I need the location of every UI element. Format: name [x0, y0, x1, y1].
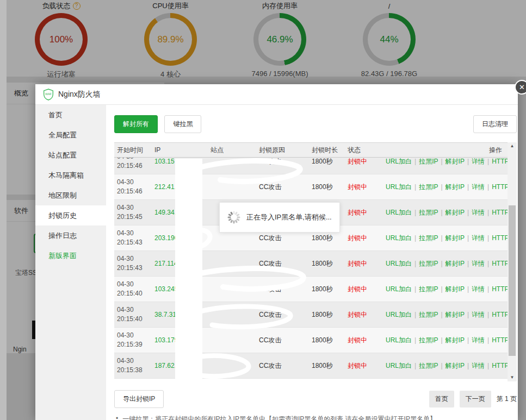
action-link[interactable]: URL加白	[386, 158, 412, 165]
action-link[interactable]: URL加白	[386, 234, 412, 242]
action-link[interactable]: 拉黑IP	[419, 336, 438, 344]
cell-ip[interactable]: 38.7.31.3	[154, 311, 211, 318]
sidebar-item-2[interactable]: 站点配置	[35, 145, 106, 165]
action-link[interactable]: 详情	[472, 285, 485, 293]
action-link[interactable]: URL加白	[386, 260, 412, 267]
action-link[interactable]: URL加白	[386, 311, 412, 318]
cell-ip[interactable]: 103.245	[154, 285, 211, 293]
separator: |	[412, 285, 419, 293]
action-link[interactable]: URL加白	[386, 183, 412, 191]
cell-ip[interactable]: 212.41.2	[154, 183, 211, 191]
action-link[interactable]: 拉黑IP	[419, 234, 438, 242]
cell-block-duration: 1800秒	[312, 285, 348, 294]
sidebar-item-5[interactable]: 封锁历史	[35, 205, 106, 225]
action-link[interactable]: 详情	[472, 158, 485, 165]
separator: |	[465, 183, 472, 191]
action-link[interactable]: HTTP	[492, 209, 508, 216]
sidebar-item-0[interactable]: 首页	[35, 105, 106, 125]
cell-block-reason: CC攻击	[259, 361, 312, 371]
toolbar: 解封所有 键拉黑 日志清理	[106, 105, 518, 130]
action-link[interactable]: HTTP	[492, 183, 508, 191]
table-rows: 04-3020:15:46 103.15 CC攻击 1800秒 封锁中 URL加…	[114, 158, 508, 381]
separator: |	[438, 209, 445, 216]
action-link[interactable]: 解封IP	[445, 285, 465, 293]
action-link[interactable]: 解封IP	[445, 311, 465, 318]
cell-start-time: 04-3020:15:38	[117, 356, 154, 375]
cell-block-reason: CC攻击	[259, 285, 312, 294]
separator: |	[412, 183, 419, 191]
next-page-button[interactable]: 下一页	[460, 391, 491, 408]
action-link[interactable]: 详情	[472, 260, 485, 267]
scroll-up-icon[interactable]: ▲	[508, 142, 517, 150]
action-link[interactable]: 详情	[472, 311, 485, 318]
action-link[interactable]: URL加白	[386, 285, 412, 293]
action-link[interactable]: 拉黑IP	[419, 158, 438, 165]
cell-ip[interactable]: 187.62.1	[154, 362, 211, 369]
action-link[interactable]: 拉黑IP	[419, 362, 438, 369]
sidebar-item-1[interactable]: 全局配置	[35, 125, 106, 145]
one-key-blacklist-button[interactable]: 键拉黑	[164, 115, 201, 133]
action-link[interactable]: 拉黑IP	[419, 260, 438, 267]
action-link[interactable]: URL加白	[386, 336, 412, 344]
table-scrollbar[interactable]: ▲ ▼	[508, 142, 517, 381]
log-clean-button[interactable]: 日志清理	[473, 115, 517, 133]
action-link[interactable]: 拉黑IP	[419, 183, 438, 191]
sidebar-item-3[interactable]: 木马隔离箱	[35, 165, 106, 185]
cell-start-time: 04-3020:15:40	[117, 280, 154, 299]
bullet-icon: •	[116, 415, 118, 420]
sidebar-item-7[interactable]: 新版界面	[35, 246, 106, 266]
action-link[interactable]: 解封IP	[445, 183, 465, 191]
separator: |	[485, 183, 492, 191]
action-link[interactable]: 详情	[472, 362, 485, 369]
action-link[interactable]: 拉黑IP	[419, 285, 438, 293]
action-link[interactable]: URL加白	[386, 209, 412, 216]
cell-ip[interactable]: 103.179.	[154, 336, 211, 344]
column-header: 状态	[348, 146, 386, 155]
first-page-button[interactable]: 首页	[429, 391, 454, 408]
cell-actions: URL加白|拉黑IP|解封IP|详情|HTTP	[386, 285, 508, 294]
action-link[interactable]: URL加白	[386, 362, 412, 369]
table-row: 04-3020:15:46 103.15 CC攻击 1800秒 封锁中 URL加…	[114, 158, 508, 174]
cell-block-duration: 1800秒	[312, 310, 348, 319]
table-row: 04-3020:15:40 103.245 CC攻击 1800秒 封锁中 URL…	[114, 277, 508, 302]
action-link[interactable]: 详情	[472, 209, 485, 216]
action-link[interactable]: 解封IP	[445, 234, 465, 242]
scroll-down-icon[interactable]: ▼	[508, 374, 517, 381]
cell-ip[interactable]: 149.34.2	[154, 209, 211, 216]
action-link[interactable]: 解封IP	[445, 158, 465, 165]
waf-shield-icon: WAF	[43, 89, 54, 101]
export-blocked-ip-button[interactable]: 导出封锁IP	[114, 390, 164, 408]
cell-block-duration: 1800秒	[312, 361, 348, 371]
action-link[interactable]: HTTP	[492, 336, 508, 344]
separator: |	[485, 285, 492, 293]
action-link[interactable]: 详情	[472, 336, 485, 344]
action-link[interactable]: 详情	[472, 234, 485, 242]
action-link[interactable]: 拉黑IP	[419, 311, 438, 318]
cell-ip[interactable]: 103.15	[154, 158, 211, 165]
action-link[interactable]: 拉黑IP	[419, 209, 438, 216]
action-link[interactable]: 解封IP	[445, 209, 465, 216]
cell-ip[interactable]: 217.114.7	[154, 260, 211, 267]
separator: |	[465, 362, 472, 369]
cell-start-time: 04-3020:15:43	[117, 254, 154, 273]
action-link[interactable]: HTTP	[492, 260, 508, 267]
cell-ip[interactable]: 203.190.	[154, 234, 211, 242]
action-link[interactable]: 详情	[472, 183, 485, 191]
action-link[interactable]: HTTP	[492, 311, 508, 318]
table-row: 04-3020:15:39 103.179. CC攻击 1800秒 封锁中 UR…	[114, 328, 508, 353]
unban-all-button[interactable]: 解封所有	[114, 115, 158, 133]
action-link[interactable]: HTTP	[492, 362, 508, 369]
scrollbar-thumb[interactable]	[509, 205, 516, 356]
action-link[interactable]: HTTP	[492, 158, 508, 165]
cell-status: 封锁中	[348, 158, 386, 166]
sidebar-item-6[interactable]: 操作日志	[35, 225, 106, 246]
action-link[interactable]: 解封IP	[445, 260, 465, 267]
close-icon[interactable]: ✕	[515, 80, 526, 95]
cell-status: 封锁中	[348, 208, 386, 217]
sidebar-item-4[interactable]: 地区限制	[35, 185, 106, 205]
action-link[interactable]: HTTP	[492, 234, 508, 242]
action-link[interactable]: HTTP	[492, 285, 508, 293]
action-link[interactable]: 解封IP	[445, 362, 465, 369]
cell-actions: URL加白|拉黑IP|解封IP|详情|HTTP	[386, 259, 508, 268]
action-link[interactable]: 解封IP	[445, 336, 465, 344]
